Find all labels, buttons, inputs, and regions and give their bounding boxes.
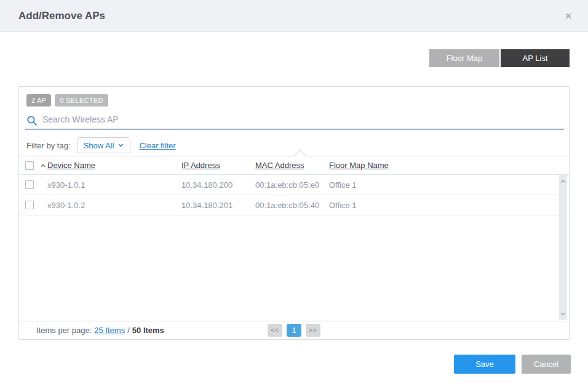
cell-floor-map-name: Office 1 — [329, 201, 563, 210]
table-footer: Items per page: 25 Items / 50 Items << 1… — [19, 321, 569, 339]
add-remove-aps-dialog: Add/Remove APs × Floor Map AP List 2 AP … — [0, 0, 588, 386]
cancel-button[interactable]: Cancel — [522, 355, 571, 374]
tag-filter-dropdown[interactable]: Show All — [77, 137, 131, 153]
table-header-row: Device Name IP Address MAC Address Floor… — [19, 156, 569, 175]
table-row[interactable]: x930-1.0.1 10.34.180.200 00:1a:eb:cb:05:… — [19, 175, 569, 195]
page-title: Add/Remove APs — [18, 0, 105, 32]
column-header-device-name[interactable]: Device Name — [47, 161, 181, 170]
dialog-header: Add/Remove APs × — [0, 0, 588, 32]
tag-filter-value: Show All — [84, 141, 114, 150]
column-header-mac-address[interactable]: MAC Address — [255, 161, 329, 170]
select-all-checkbox[interactable] — [25, 161, 34, 170]
table-row[interactable]: x930-1.0.2 10.34.180.201 00:1a:eb:cb:05:… — [19, 195, 569, 215]
caret-up-notch — [294, 150, 306, 162]
scroll-up-icon[interactable] — [559, 177, 567, 185]
vertical-scrollbar[interactable] — [559, 175, 567, 320]
badges: 2 AP 0 SELECTED — [26, 94, 108, 107]
pagination: << 1 >> — [19, 324, 569, 337]
tab-floor-map[interactable]: Floor Map — [429, 49, 499, 67]
sort-ascending-icon — [40, 163, 46, 169]
cell-floor-map-name: Office 1 — [329, 180, 563, 190]
table-body: x930-1.0.1 10.34.180.200 00:1a:eb:cb:05:… — [19, 175, 569, 215]
filter-row: Filter by tag: Show All Clear filter — [26, 137, 176, 153]
search-bar — [25, 113, 564, 130]
cell-mac-address: 00:1a:eb:cb:05:e0 — [255, 180, 329, 190]
cell-ip-address: 10.34.180.200 — [181, 180, 255, 190]
chevron-down-icon — [118, 143, 124, 147]
cell-mac-address: 00:1a:eb:cb:05:40 — [255, 201, 329, 210]
ap-list-panel: 2 AP 0 SELECTED Filter by tag: Show All … — [18, 86, 570, 340]
row-checkbox[interactable] — [25, 201, 34, 209]
clear-filter-link[interactable]: Clear filter — [139, 141, 175, 150]
tab-ap-list[interactable]: AP List — [501, 49, 570, 67]
cell-device-name: x930-1.0.1 — [47, 180, 181, 190]
cell-device-name: x930-1.0.2 — [47, 201, 181, 210]
scroll-down-icon[interactable] — [559, 310, 567, 318]
close-icon[interactable]: × — [561, 9, 576, 23]
filter-label: Filter by tag: — [26, 141, 71, 150]
ap-count-badge: 2 AP — [26, 94, 51, 107]
save-button[interactable]: Save — [454, 355, 515, 374]
cell-ip-address: 10.34.180.201 — [181, 201, 255, 210]
column-header-ip-address[interactable]: IP Address — [181, 161, 255, 170]
pagination-prev-button[interactable]: << — [268, 324, 282, 337]
column-header-floor-map-name[interactable]: Floor Map Name — [329, 161, 563, 170]
pagination-page-1-button[interactable]: 1 — [287, 324, 301, 337]
search-input[interactable] — [38, 115, 564, 127]
row-checkbox[interactable] — [25, 180, 34, 189]
pagination-next-button[interactable]: >> — [306, 324, 320, 337]
search-icon — [26, 115, 38, 126]
selected-count-badge: 0 SELECTED — [55, 94, 108, 107]
